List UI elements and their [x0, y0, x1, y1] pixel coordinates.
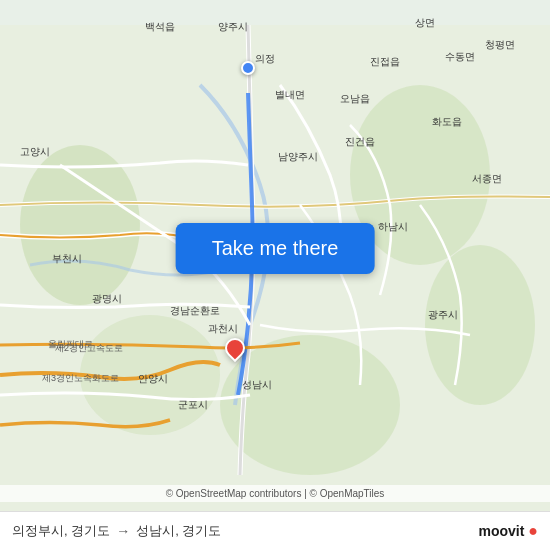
label-uijeongbu: 의정 — [255, 52, 275, 66]
label-seojong: 서종면 — [472, 172, 502, 186]
label-cheongpyeong: 청평면 — [485, 38, 515, 52]
destination-label: 성남시, 경기도 — [136, 522, 221, 540]
arrow-icon: → — [116, 523, 130, 539]
label-onam: 오남읍 — [340, 92, 370, 106]
label-jingeon: 진건읍 — [345, 135, 375, 149]
map-attribution: © OpenStreetMap contributors | © OpenMap… — [0, 485, 550, 502]
label-2nd-highway: 제2경인고속도로 — [55, 342, 123, 355]
moovit-text: moovit — [478, 523, 524, 539]
destination-marker — [225, 338, 245, 358]
label-gwangmyeong: 광명시 — [92, 292, 122, 306]
route-info: 의정부시, 경기도 → 성남시, 경기도 — [12, 522, 470, 540]
label-gunpo: 군포시 — [178, 398, 208, 412]
label-gwacheon: 과천시 — [208, 322, 238, 336]
map-svg — [0, 0, 550, 550]
moovit-logo: moovit ● — [478, 522, 538, 540]
label-gyeongnam: 경남순환로 — [170, 304, 220, 318]
origin-label: 의정부시, 경기도 — [12, 522, 110, 540]
moovit-dot: ● — [528, 522, 538, 540]
bottom-bar: 의정부시, 경기도 → 성남시, 경기도 moovit ● — [0, 511, 550, 550]
label-byeollae: 별내면 — [275, 88, 305, 102]
label-hanam: 하남시 — [378, 220, 408, 234]
label-sudong: 수동면 — [445, 50, 475, 64]
label-bucheon: 부천시 — [52, 252, 82, 266]
svg-point-1 — [20, 145, 140, 305]
label-anyang: 안양시 — [138, 372, 168, 386]
label-hwado: 화도읍 — [432, 115, 462, 129]
label-yangju: 양주시 — [218, 20, 248, 34]
map-container: 백석읍 양주시 상면 의정 진접읍 수동면 별내면 오남읍 청평면 고양시 진건… — [0, 0, 550, 550]
label-gwangju: 광주시 — [428, 308, 458, 322]
origin-marker — [241, 61, 255, 75]
svg-point-4 — [425, 245, 535, 405]
label-seongnam: 성남시 — [242, 378, 272, 392]
label-goyang: 고양시 — [20, 145, 50, 159]
label-namyangju: 남양주시 — [278, 150, 318, 164]
label-3rd-highway: 제3경인노속화도로 — [42, 372, 119, 385]
label-sangmyeon: 상면 — [415, 16, 435, 30]
label-jinjeop: 진접읍 — [370, 55, 400, 69]
label-baekseok: 백석읍 — [145, 20, 175, 34]
take-me-there-button[interactable]: Take me there — [176, 223, 375, 274]
